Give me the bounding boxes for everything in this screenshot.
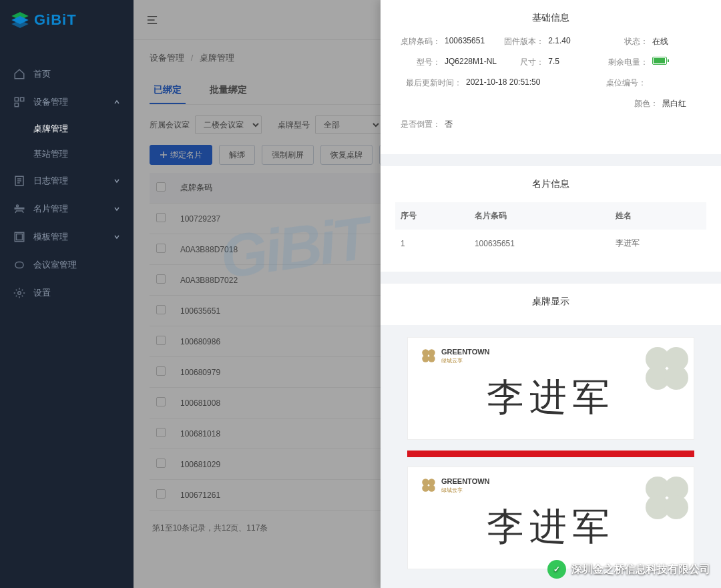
- svg-point-4: [17, 205, 19, 207]
- info-code: 100635651: [445, 36, 485, 47]
- info-invert: 否: [445, 119, 453, 130]
- svg-point-21: [428, 485, 435, 491]
- svg-point-9: [18, 292, 21, 295]
- info-model: JQ6228M1-NL: [445, 57, 497, 68]
- logo-text: GiBiT: [34, 11, 77, 29]
- nav-base-manage[interactable]: 基站管理: [33, 141, 134, 167]
- svg-point-10: [422, 349, 429, 356]
- logo: GiBiT: [0, 0, 134, 40]
- nav-card[interactable]: 名片管理: [0, 195, 134, 223]
- nav-room[interactable]: 会议室管理: [0, 251, 134, 279]
- basic-info-title: 基础信息: [395, 12, 706, 24]
- svg-rect-2: [15, 103, 18, 107]
- nav-template[interactable]: 模板管理: [0, 223, 134, 251]
- battery-icon: [652, 57, 667, 65]
- logo-icon: [10, 10, 30, 30]
- chevron-up-icon: [113, 99, 120, 105]
- svg-point-11: [428, 349, 435, 356]
- info-updated: 2021-10-18 20:51:50: [466, 77, 540, 89]
- info-color: 黑白红: [662, 98, 686, 109]
- display-title: 桌牌显示: [395, 296, 706, 308]
- svg-rect-0: [15, 97, 18, 101]
- chevron-down-icon: [113, 178, 120, 184]
- wechat-icon: ✓: [547, 560, 566, 579]
- chevron-down-icon: [113, 206, 120, 212]
- nav-settings[interactable]: 设置: [0, 279, 134, 307]
- nav-label: 设备管理: [33, 96, 68, 108]
- card-icon: [13, 203, 25, 215]
- clover-decoration-icon: [640, 342, 694, 395]
- clover-icon: [420, 347, 437, 364]
- desk-preview-1: GREENTOWN绿城云享 李进军: [407, 337, 694, 440]
- card-info-panel: 名片信息 序号 名片条码 姓名 1 100635651 李进军: [381, 166, 721, 272]
- basic-info-panel: 基础信息 桌牌条码：100635651 固件版本：2.1.40 状态：在线 型号…: [381, 0, 721, 154]
- gear-icon: [13, 287, 25, 299]
- clover-icon: [420, 477, 437, 494]
- svg-point-20: [422, 485, 429, 491]
- svg-point-25: [664, 495, 688, 519]
- greentown-logo: GREENTOWN绿城云享: [420, 347, 490, 364]
- svg-rect-7: [17, 234, 23, 240]
- device-icon: [13, 96, 25, 108]
- info-firmware: 2.1.40: [548, 36, 570, 47]
- home-icon: [13, 68, 25, 80]
- svg-rect-8: [15, 262, 23, 268]
- nav-log[interactable]: 日志管理: [0, 167, 134, 195]
- info-state: 在线: [652, 36, 668, 47]
- svg-point-18: [422, 479, 429, 485]
- sidebar: GiBiT 首页 设备管理 桌牌管理 基站管理 日志管理: [0, 0, 134, 588]
- chevron-down-icon: [113, 234, 120, 240]
- svg-rect-1: [21, 97, 24, 101]
- nav: 首页 设备管理 桌牌管理 基站管理 日志管理 名片管理: [0, 40, 134, 307]
- card-row[interactable]: 1 100635651 李进军: [395, 230, 706, 257]
- nav-home[interactable]: 首页: [0, 60, 134, 88]
- nav-device[interactable]: 设备管理: [0, 88, 134, 116]
- card-info-title: 名片信息: [395, 178, 706, 190]
- clover-decoration-icon: [640, 471, 694, 525]
- watermark: ✓ 深圳金之桥信息科技有限公司: [547, 560, 710, 579]
- divider-red: [407, 451, 694, 457]
- display-panel: 桌牌显示: [381, 284, 721, 325]
- svg-point-19: [428, 479, 435, 485]
- nav-label: 首页: [33, 68, 51, 80]
- info-battery: [652, 57, 667, 68]
- svg-point-12: [422, 355, 429, 362]
- svg-rect-5: [15, 208, 24, 210]
- desk-preview-2: GREENTOWN绿城云享 李进军: [407, 467, 694, 569]
- room-icon: [13, 259, 25, 271]
- svg-point-13: [428, 355, 435, 362]
- greentown-logo: GREENTOWN绿城云享: [420, 477, 490, 494]
- detail-drawer: 基础信息 桌牌条码：100635651 固件版本：2.1.40 状态：在线 型号…: [381, 0, 721, 588]
- nav-desk-manage[interactable]: 桌牌管理: [33, 116, 134, 141]
- svg-point-17: [664, 366, 688, 390]
- template-icon: [13, 231, 25, 243]
- log-icon: [13, 175, 25, 187]
- info-size: 7.5: [548, 57, 559, 68]
